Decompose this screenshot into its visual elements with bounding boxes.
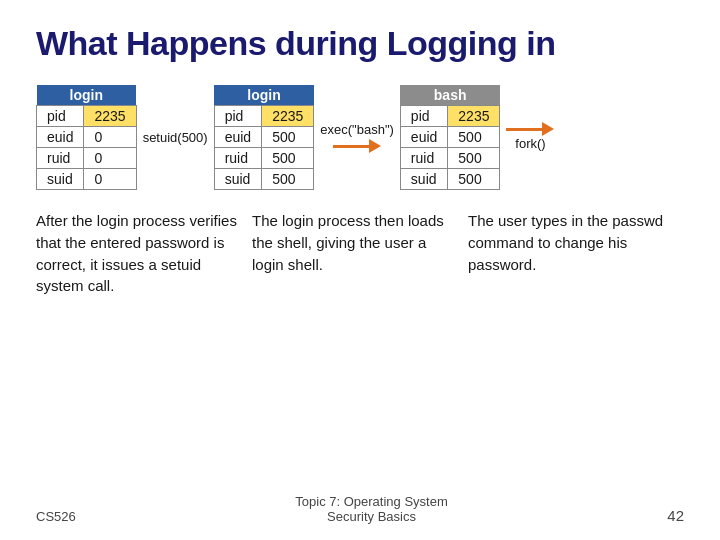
- table-row: ruid 500: [214, 148, 314, 169]
- footer: CS526 Topic 7: Operating SystemSecurity …: [36, 490, 684, 524]
- login-table-2: login pid 2235 euid 500 ruid 500 suid 50…: [214, 85, 315, 190]
- table-row: pid 2235: [37, 106, 137, 127]
- fork-arrow-line: [506, 128, 542, 131]
- descriptions: After the login process verifies that th…: [36, 210, 684, 490]
- footer-course: CS526: [36, 509, 76, 524]
- login1-suid-val: 0: [84, 169, 136, 190]
- login2-pid-label: pid: [214, 106, 261, 127]
- slide-title: What Happens during Logging in: [36, 24, 684, 63]
- bash-pid-val: 2235: [448, 106, 500, 127]
- login1-euid-label: euid: [37, 127, 84, 148]
- fork-arrow-head: [542, 122, 554, 136]
- fork-arrow: [506, 122, 554, 136]
- arrow-line: [333, 145, 369, 148]
- login2-pid-val: 2235: [262, 106, 314, 127]
- table-row: euid 500: [400, 127, 500, 148]
- login2-suid-label: suid: [214, 169, 261, 190]
- setuid-label: setuid(500): [137, 130, 214, 145]
- table-row: pid 2235: [400, 106, 500, 127]
- bash-pid-label: pid: [400, 106, 447, 127]
- table-row: suid 0: [37, 169, 137, 190]
- login2-header: login: [214, 85, 314, 106]
- footer-page: 42: [667, 507, 684, 524]
- bash-suid-label: suid: [400, 169, 447, 190]
- login1-suid-label: suid: [37, 169, 84, 190]
- table-row: suid 500: [214, 169, 314, 190]
- login1-header: login: [37, 85, 137, 106]
- table-row: ruid 500: [400, 148, 500, 169]
- bash-table: bash pid 2235 euid 500 ruid 500 suid 500: [400, 85, 501, 190]
- bash-header: bash: [400, 85, 500, 106]
- footer-topic: Topic 7: Operating SystemSecurity Basics: [295, 494, 447, 524]
- bash-euid-label: euid: [400, 127, 447, 148]
- arrow-head: [369, 139, 381, 153]
- bash-euid-val: 500: [448, 127, 500, 148]
- desc-col-1: After the login process verifies that th…: [36, 210, 252, 490]
- bash-ruid-val: 500: [448, 148, 500, 169]
- table-row: suid 500: [400, 169, 500, 190]
- table-row: ruid 0: [37, 148, 137, 169]
- login2-ruid-label: ruid: [214, 148, 261, 169]
- exec-arrow: [333, 139, 381, 153]
- login2-ruid-val: 500: [262, 148, 314, 169]
- login2-euid-val: 500: [262, 127, 314, 148]
- login-table-1: login pid 2235 euid 0 ruid 0 suid 0: [36, 85, 137, 190]
- exec-wrap: exec("bash"): [314, 122, 400, 153]
- table-row: euid 500: [214, 127, 314, 148]
- bash-ruid-label: ruid: [400, 148, 447, 169]
- fork-wrap: fork(): [500, 122, 560, 153]
- desc-col-2: The login process then loads the shell, …: [252, 210, 468, 490]
- bash-suid-val: 500: [448, 169, 500, 190]
- table-row: euid 0: [37, 127, 137, 148]
- login1-euid-val: 0: [84, 127, 136, 148]
- slide: What Happens during Logging in login pid…: [0, 0, 720, 540]
- table-row: pid 2235: [214, 106, 314, 127]
- desc-col-3: The user types in the passwd command to …: [468, 210, 684, 490]
- exec-label: exec("bash"): [320, 122, 394, 137]
- diagram-row: login pid 2235 euid 0 ruid 0 suid 0: [36, 85, 684, 190]
- login1-ruid-val: 0: [84, 148, 136, 169]
- login1-pid-label: pid: [37, 106, 84, 127]
- login1-pid-val: 2235: [84, 106, 136, 127]
- login2-suid-val: 500: [262, 169, 314, 190]
- login1-ruid-label: ruid: [37, 148, 84, 169]
- login2-euid-label: euid: [214, 127, 261, 148]
- fork-label: fork(): [515, 136, 545, 151]
